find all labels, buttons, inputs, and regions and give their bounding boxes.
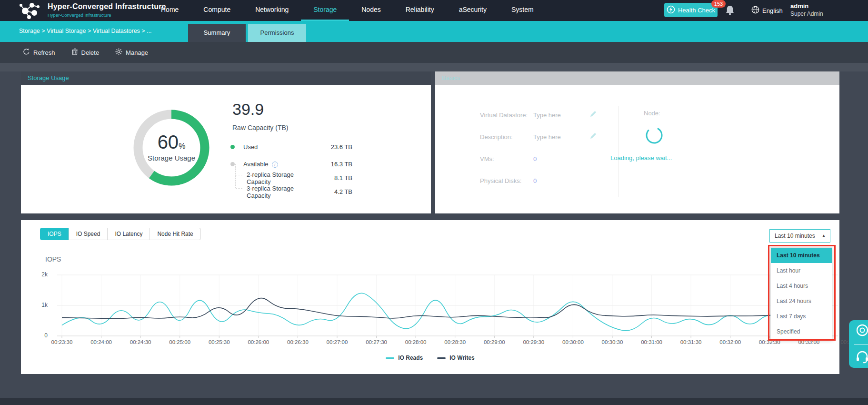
delete-label: Delete: [81, 49, 100, 56]
legend-dot: [230, 162, 235, 166]
headset-icon[interactable]: [855, 350, 868, 365]
capacity-row: Used23.6 TB: [230, 140, 352, 154]
x-tick-label: 00:32:00: [710, 339, 750, 345]
metric-tabs: IOPSIO SpeedIO LatencyNode Hit Rate: [40, 228, 201, 240]
metric-tab-iops[interactable]: IOPS: [40, 228, 69, 240]
refresh-label: Refresh: [33, 49, 55, 56]
range-option-specified[interactable]: Specified: [771, 324, 832, 339]
usage-percent-label: Storage Usage: [130, 154, 213, 162]
health-check-label: Health Check: [678, 7, 715, 14]
info-icon[interactable]: i: [272, 162, 278, 168]
field-value[interactable]: 0: [533, 155, 576, 162]
metric-tab-io-speed[interactable]: IO Speed: [69, 228, 108, 240]
y-tick-label: 1k: [28, 302, 48, 308]
x-tick-label: 00:26:00: [239, 339, 279, 345]
language-switcher[interactable]: English: [751, 6, 783, 15]
nav-item-compute[interactable]: Compute: [191, 0, 243, 21]
x-tick-label: 00:31:00: [632, 339, 672, 345]
manage-label: Manage: [126, 49, 148, 56]
iops-chart: [21, 220, 839, 374]
usage-percent-value: 60: [158, 132, 179, 152]
nav-item-home[interactable]: Home: [149, 0, 191, 21]
globe-icon: [751, 6, 759, 15]
tab-summary[interactable]: Summary: [188, 24, 246, 42]
time-range-menu: Last 10 minutesLast hourLast 4 hoursLast…: [770, 247, 832, 340]
metric-tab-io-latency[interactable]: IO Latency: [107, 228, 150, 240]
capacity-label: 2-replica Storage Capacity: [247, 171, 319, 185]
metric-tab-node-hit-rate[interactable]: Node Hit Rate: [150, 228, 200, 240]
field-label: VMs:: [480, 155, 533, 162]
edit-pencil-icon[interactable]: [589, 110, 597, 120]
main-nav: HomeComputeNetworkingStorageNodesReliabi…: [149, 0, 546, 21]
tab-permissions[interactable]: Permissions: [248, 24, 306, 42]
health-check-icon: [667, 5, 675, 15]
range-option-last-24-hours[interactable]: Last 24 hours: [771, 294, 832, 309]
legend-item-io-writes[interactable]: IO Writes: [437, 354, 474, 361]
nav-item-storage[interactable]: Storage: [301, 0, 349, 21]
delete-button[interactable]: Delete: [71, 48, 100, 57]
help-circle-icon[interactable]: [855, 323, 868, 339]
refresh-icon: [23, 48, 30, 57]
time-range-value: Last 10 minutes: [775, 233, 815, 239]
x-tick-label: 00:27:00: [317, 339, 357, 345]
field-label: Virtual Datastore:: [480, 111, 533, 119]
floating-assist-widget[interactable]: [849, 320, 868, 368]
user-name: admin: [790, 2, 823, 10]
time-range-select[interactable]: Last 10 minutes ▲: [769, 229, 830, 243]
capacity-value: 8.1 TB: [319, 174, 352, 182]
storage-usage-panel-title: Storage Usage: [21, 71, 431, 85]
field-value: Type here: [533, 111, 576, 119]
capacity-row: 2-replica Storage Capacity8.1 TB: [230, 171, 352, 185]
user-menu[interactable]: admin Super Admin: [790, 2, 823, 17]
capacity-row: 3-replica Storage Capacity4.2 TB: [230, 185, 352, 199]
user-role: Super Admin: [790, 10, 823, 17]
capacity-value: 4.2 TB: [319, 188, 352, 195]
y-tick-label: 2k: [28, 271, 48, 278]
caret-up-icon: ▲: [822, 230, 826, 242]
breadcrumb[interactable]: Storage > Virtual Storage > Virtual Data…: [19, 28, 152, 34]
range-option-last-10-minutes[interactable]: Last 10 minutes: [771, 248, 832, 263]
series-io-reads: [62, 293, 828, 331]
x-tick-label: 00:24:00: [81, 339, 121, 345]
legend-dash: [437, 357, 446, 359]
nav-item-nodes[interactable]: Nodes: [349, 0, 393, 21]
raw-capacity-value: 39.9: [232, 100, 264, 119]
x-tick-label: 00:25:30: [199, 339, 239, 345]
health-check-button[interactable]: Health Check: [664, 3, 718, 17]
nav-item-reliability[interactable]: Reliability: [393, 0, 447, 21]
edit-pencil-icon[interactable]: [589, 132, 597, 142]
notification-badge: 153: [711, 0, 726, 8]
bell-icon[interactable]: [725, 5, 735, 18]
nav-item-system[interactable]: System: [499, 0, 546, 21]
legend-label: IO Writes: [449, 354, 474, 361]
range-option-last-7-days[interactable]: Last 7 days: [771, 309, 832, 324]
field-value[interactable]: 0: [533, 177, 576, 184]
legend-item-io-reads[interactable]: IO Reads: [386, 354, 423, 361]
toolbar: Refresh Delete: [0, 42, 868, 63]
nav-item-networking[interactable]: Networking: [243, 0, 301, 21]
legend-dash: [386, 357, 394, 359]
chart-title: IOPS: [45, 255, 61, 263]
manage-button[interactable]: Manage: [115, 48, 148, 57]
field-label: Description:: [480, 133, 533, 141]
x-tick-label: 00:27:30: [357, 339, 397, 345]
app-subtitle: Hyper-Converged Infrastructure: [48, 12, 111, 18]
loading-spinner: [644, 125, 665, 148]
range-option-last-hour[interactable]: Last hour: [771, 263, 832, 278]
x-tick-label: 00:26:30: [278, 339, 318, 345]
basics-divider: [618, 106, 619, 197]
nav-item-asecurity[interactable]: aSecurity: [447, 0, 499, 21]
refresh-button[interactable]: Refresh: [23, 48, 55, 57]
trash-icon: [71, 48, 78, 57]
chart-legend: IO ReadsIO Writes: [21, 354, 839, 361]
capacity-label: 3-replica Storage Capacity: [247, 185, 319, 199]
node-label: Node:: [644, 110, 660, 117]
x-tick-label: 00:33:00: [789, 339, 829, 345]
x-tick-label: 00:30:30: [592, 339, 632, 345]
range-option-last-4-hours[interactable]: Last 4 hours: [771, 278, 832, 294]
x-tick-label: 00:23:30: [42, 339, 82, 345]
storage-usage-percent: 60% Storage Usage: [130, 132, 213, 162]
basics-field: VMs:0: [480, 152, 609, 165]
app-logo-icon: [17, 1, 42, 22]
loading-text: Loading, please wait...: [610, 154, 672, 162]
